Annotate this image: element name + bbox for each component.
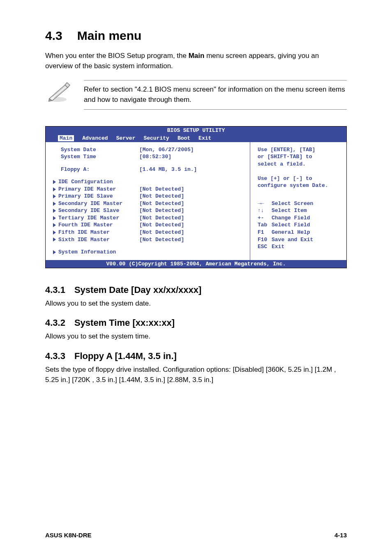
- submenu-triangle-icon: [53, 237, 56, 242]
- submenu-triangle-icon: [53, 250, 56, 254]
- bios-help-key-name: ↑↓: [258, 207, 272, 214]
- bios-row[interactable]: Tertiary IDE Master[Not Detected]: [53, 214, 242, 222]
- bios-screenshot: BIOS SETUP UTILITY MainAdvancedServerSec…: [45, 126, 347, 268]
- bios-tab-exit[interactable]: Exit: [198, 135, 211, 141]
- bios-help-key-name: →←: [258, 200, 272, 207]
- bios-help-key: TabSelect Field: [258, 221, 339, 229]
- bios-row-label: IDE Configuration: [53, 178, 139, 186]
- bios-row-label: Secondary IDE Master: [53, 200, 139, 207]
- bios-spacer: [53, 243, 242, 249]
- submenu-triangle-icon: [53, 194, 56, 198]
- bios-tab-boot[interactable]: Boot: [178, 135, 190, 141]
- bios-row[interactable]: IDE Configuration: [53, 178, 242, 186]
- intro-before: When you enter the BIOS Setup program, t…: [45, 52, 189, 60]
- intro-bold: Main: [189, 52, 205, 60]
- subsection-3-body: Sets the type of floppy drive installed.…: [45, 365, 347, 385]
- bios-row-label: Floppy A:: [53, 166, 139, 173]
- bios-row-label: Primary IDE Master: [53, 186, 139, 193]
- bios-help-key-name: ESC: [258, 243, 272, 251]
- bios-body: System Date[Mon, 06/27/2005]System Time[…: [46, 142, 346, 260]
- submenu-triangle-icon: [53, 230, 56, 235]
- bios-help-key-name: Tab: [258, 221, 272, 229]
- bios-help-key-name: F10: [258, 236, 272, 244]
- bios-row[interactable]: System Time[08:52:30]: [53, 153, 242, 161]
- bios-row[interactable]: Secondary IDE Slave[Not Detected]: [53, 207, 242, 214]
- bios-row[interactable]: System Date[Mon, 06/27/2005]: [53, 146, 242, 154]
- bios-row-value: [Not Detected]: [139, 200, 242, 207]
- bios-help-line: configure system Date.: [258, 182, 339, 189]
- bios-row-label: Sixth IDE Master: [53, 236, 139, 244]
- bios-row-label-text: Tertiary IDE Master: [58, 214, 119, 222]
- bios-row[interactable]: Secondary IDE Master[Not Detected]: [53, 200, 242, 207]
- bios-help-line: Use [+] or [-] to: [258, 175, 339, 182]
- page-footer: ASUS K8N-DRE 4-13: [45, 532, 347, 539]
- bios-tab-main[interactable]: Main: [58, 135, 74, 141]
- bios-row-label: Primary IDE Slave: [53, 193, 139, 200]
- subsection-2-body: Allows you to set the system time.: [45, 332, 347, 342]
- bios-row-label-text: System Information: [58, 249, 116, 256]
- bios-row-label-text: IDE Configuration: [58, 178, 113, 186]
- subsection-3-title: Floppy A [1.44M, 3.5 in.]: [74, 351, 177, 361]
- bios-help-pane: Use [ENTER], [TAB]or [SHIFT-TAB] toselec…: [250, 142, 346, 260]
- bios-tab-security[interactable]: Security: [143, 135, 169, 141]
- bios-help-key-desc: General Help: [272, 229, 310, 235]
- section-heading: 4.3Main menu: [45, 29, 347, 43]
- section-title-text: Main menu: [77, 29, 142, 42]
- bios-row-value: [Mon, 06/27/2005]: [139, 146, 242, 154]
- bios-tab-advanced[interactable]: Advanced: [82, 135, 108, 141]
- bios-row-value: [08:52:30]: [139, 153, 242, 161]
- subsection-1-heading: 4.3.1System Date [Day xx/xx/xxxx]: [45, 285, 347, 295]
- submenu-triangle-icon: [53, 187, 56, 191]
- subsection-2-number: 4.3.2: [45, 318, 65, 328]
- bios-row[interactable]: Primary IDE Slave[Not Detected]: [53, 193, 242, 200]
- subsection-3-heading: 4.3.3Floppy A [1.44M, 3.5 in.]: [45, 351, 347, 362]
- bios-row-value: [Not Detected]: [139, 229, 242, 236]
- submenu-triangle-icon: [53, 223, 56, 227]
- bios-row[interactable]: Fifth IDE Master[Not Detected]: [53, 229, 242, 236]
- bios-row-value: [139, 178, 242, 186]
- bios-row-label: Tertiary IDE Master: [53, 214, 139, 222]
- bios-help-line: or [SHIFT-TAB] to: [258, 153, 339, 161]
- bios-row-value: [Not Detected]: [139, 236, 242, 244]
- submenu-triangle-icon: [53, 180, 56, 184]
- bios-help-key-desc: Select Field: [272, 222, 310, 228]
- bios-help-line: select a field.: [258, 161, 339, 168]
- bios-help-key-name: F1: [258, 229, 272, 236]
- bios-row-label-text: Fourth IDE Master: [58, 221, 113, 229]
- bios-row[interactable]: Floppy A:[1.44 MB, 3.5 in.]: [53, 166, 242, 173]
- bios-row[interactable]: Sixth IDE Master[Not Detected]: [53, 236, 242, 244]
- bios-row-value: [Not Detected]: [139, 214, 242, 222]
- bios-row-label-text: Secondary IDE Slave: [58, 207, 119, 214]
- bios-help-line: [258, 168, 339, 175]
- submenu-triangle-icon: [53, 202, 56, 206]
- bios-row-label-text: Secondary IDE Master: [58, 200, 122, 207]
- bios-help-key-name: +-: [258, 214, 272, 222]
- subsection-1-number: 4.3.1: [45, 285, 65, 295]
- bios-row-label: System Date: [53, 146, 139, 154]
- bios-tab-server[interactable]: Server: [116, 135, 136, 141]
- bios-row-value: [Not Detected]: [139, 207, 242, 214]
- bios-help-key: ESCExit: [258, 243, 339, 251]
- bios-row[interactable]: Fourth IDE Master[Not Detected]: [53, 221, 242, 229]
- bios-help-key-desc: Save and Exit: [272, 237, 313, 243]
- footer-right: 4-13: [334, 532, 347, 539]
- subsection-3-number: 4.3.3: [45, 351, 65, 362]
- bios-row[interactable]: Primary IDE Master[Not Detected]: [53, 186, 242, 193]
- bios-row-label: System Information: [53, 249, 139, 256]
- bios-row-label-text: System Date: [61, 146, 96, 154]
- submenu-triangle-icon: [53, 209, 56, 213]
- submenu-triangle-icon: [53, 216, 56, 220]
- subsection-1-title: System Date [Day xx/xx/xxxx]: [74, 285, 201, 295]
- bios-row-label: Fifth IDE Master: [53, 229, 139, 236]
- bios-row-label-text: Primary IDE Master: [58, 186, 116, 193]
- bios-row-label: Secondary IDE Slave: [53, 207, 139, 214]
- section-number: 4.3: [45, 29, 62, 43]
- bios-help-key: ↑↓Select Item: [258, 207, 339, 214]
- bios-row-label: System Time: [53, 153, 139, 161]
- bios-row-value: [Not Detected]: [139, 193, 242, 200]
- bios-row[interactable]: System Information: [53, 249, 242, 256]
- bios-row-label-text: Sixth IDE Master: [58, 236, 110, 244]
- bios-spacer: [53, 161, 242, 166]
- intro-paragraph: When you enter the BIOS Setup program, t…: [45, 51, 347, 71]
- bios-help-key: F1General Help: [258, 229, 339, 236]
